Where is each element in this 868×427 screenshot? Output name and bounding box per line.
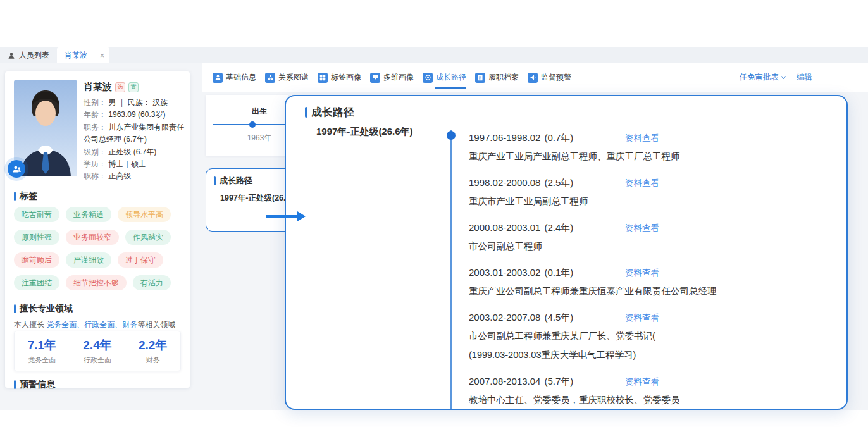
status-badge-green: 青 xyxy=(128,82,139,92)
timeline-node-dot xyxy=(447,131,456,140)
view-material-link[interactable]: 资料查看 xyxy=(625,268,659,279)
tag-pill[interactable]: 过于保守 xyxy=(118,252,163,268)
expertise-summary: 本人擅长 党务全面、行政全面、财务等相关领域 xyxy=(14,319,183,330)
entry-period: 2003.02-2007.08(4.5年) xyxy=(469,312,625,324)
expertise-link-admin[interactable]: 行政全面 xyxy=(84,320,115,329)
career-entry: 2007.08-2013.04(5.7年) 资料查看 教培中心主任、党委委员，重… xyxy=(469,375,833,407)
tag-pill[interactable]: 细节把控不够 xyxy=(66,275,127,290)
warning-section-title: 预警信息 xyxy=(14,379,55,390)
profile-navbar: 基础信息 关系图谱 标签画像 多维画像 成长路径 履职档案 监督预警 任免 xyxy=(202,63,868,92)
view-material-link[interactable]: 资料查看 xyxy=(625,133,659,144)
view-material-link[interactable]: 资料查看 xyxy=(625,223,659,234)
tag-pill[interactable]: 原则性强 xyxy=(14,230,59,245)
profile-fields: 性别： 男 ｜ 民族： 汉族 年龄： 1963.09 (60.3岁) 职务： 川… xyxy=(84,97,186,183)
tab-person-profile[interactable]: 肖某波 × xyxy=(57,47,109,63)
view-material-link[interactable]: 资料查看 xyxy=(625,178,659,189)
tag-pill[interactable]: 业务面较窄 xyxy=(66,230,119,245)
tag-pill[interactable]: 领导水平高 xyxy=(118,207,171,222)
career-entry: 2003.01-2003.02(0.1年) 资料查看 重庆产业公司副总工程师兼重… xyxy=(469,266,833,299)
archive-icon xyxy=(475,73,485,83)
nav-actions: 任免审批表 编辑 xyxy=(740,63,813,92)
growth-path-modal: 成长路径 1997年-正处级(26.6年) 1997.06-1998.02(0.… xyxy=(285,95,848,410)
status-badge-red: 选 xyxy=(115,82,125,92)
tag-pill[interactable]: 严谨细致 xyxy=(66,252,111,268)
career-entries: 1997.06-1998.02(0.7年) 资料查看 重庆产业工业局产业副总工程… xyxy=(469,132,833,420)
tags-list: 吃苦耐劳 业务精通 领导水平高 原则性强 业务面较窄 作风踏实 瞻前顾后 严谨细… xyxy=(14,207,182,290)
field-position: 职务： 川东产业集团有限责任公司总经理 (6.7年) xyxy=(84,121,186,146)
growth-path-summary-box[interactable]: 成长路径 1997年-正处级(26.6年) xyxy=(206,168,287,232)
tab-supervision-alert[interactable]: 监督预警 xyxy=(526,63,573,92)
expand-arrow xyxy=(266,215,297,218)
tab-label: 人员列表 xyxy=(19,50,49,61)
tab-duty-archive[interactable]: 履职档案 xyxy=(474,63,520,92)
tab-multi-portrait[interactable]: 多维画像 xyxy=(369,63,415,92)
entry-description: (1999.03-2003.03重庆大学电气工程学习) xyxy=(469,349,833,362)
growth-box-milestone: 1997年-正处级(26.6年) xyxy=(220,193,286,204)
stat-admin: 2.4年 行政全面 xyxy=(70,331,125,371)
tag-pill[interactable]: 有活力 xyxy=(133,275,171,290)
tab-tag-portrait[interactable]: 标签画像 xyxy=(316,63,363,92)
birth-label: 出生 xyxy=(234,106,285,117)
career-entry: 1997.06-1998.02(0.7年) 资料查看 重庆产业工业局产业副总工程… xyxy=(469,132,833,164)
network-icon xyxy=(265,73,275,83)
app-window: 人员列表 肖某波 × xyxy=(0,0,868,427)
entry-period: 1997.06-1998.02(0.7年) xyxy=(469,132,625,144)
field-rank: 级别： 正处级 (6.7年) xyxy=(84,146,186,158)
field-education: 学历： 博士｜硕士 xyxy=(84,158,186,170)
path-icon xyxy=(423,73,433,83)
user-icon xyxy=(213,73,223,83)
field-gender: 性别： 男 ｜ 民族： 汉族 xyxy=(84,97,186,109)
expertise-link-party[interactable]: 党务全面 xyxy=(46,320,77,329)
profile-photo xyxy=(14,80,77,176)
entry-description: 重庆产业公司副总工程师兼重庆恒泰产业有限责任公司总经理 xyxy=(469,285,833,299)
expertise-stats: 7.1年 党务全面 2.4年 行政全面 2.2年 财务 xyxy=(14,331,181,371)
tab-personnel-list[interactable]: 人员列表 xyxy=(0,47,57,63)
tab-relation-graph[interactable]: 关系图谱 xyxy=(264,63,310,92)
timeline-dot xyxy=(249,121,256,128)
timeline-vertical-line xyxy=(450,130,452,409)
entry-description: 重庆产业工业局产业副总工程师、重庆工厂总工程师 xyxy=(469,151,833,164)
portrait-icon xyxy=(370,73,380,83)
modal-title: 成长路径 xyxy=(305,105,354,120)
chevron-down-icon xyxy=(781,75,786,80)
tab-growth-path[interactable]: 成长路径 xyxy=(421,63,468,92)
tab-basic-info[interactable]: 基础信息 xyxy=(211,63,257,92)
appointment-form-dropdown[interactable]: 任免审批表 xyxy=(740,72,787,83)
stat-party: 7.1年 党务全面 xyxy=(15,331,70,371)
tags-section-title: 标签 xyxy=(14,190,37,202)
field-age: 年龄： 1963.09 (60.3岁) xyxy=(84,109,186,121)
expertise-link-finance[interactable]: 财务 xyxy=(122,320,137,329)
close-icon[interactable]: × xyxy=(100,52,104,59)
edit-button[interactable]: 编辑 xyxy=(797,72,812,83)
tag-pill[interactable]: 业务精通 xyxy=(66,207,111,222)
tag-pill[interactable]: 作风踏实 xyxy=(125,230,171,245)
stat-finance: 2.2年 财务 xyxy=(125,331,180,371)
profile-card: 肖某波 选 青 性别： 男 ｜ 民族： 汉族 年龄： 1963.09 (60.3… xyxy=(5,71,190,388)
person-name: 肖某波 xyxy=(84,81,112,93)
entry-period: 2000.08-2003.01(2.4年) xyxy=(469,222,625,234)
tab-label: 肖某波 xyxy=(65,50,87,61)
field-title: 职称： 正高级 xyxy=(84,170,186,182)
person-icon xyxy=(8,52,15,59)
tag-pill[interactable]: 注重团结 xyxy=(14,275,59,290)
career-entry: 2003.02-2007.08(4.5年) 资料查看 市公司副总工程师兼重庆某厂… xyxy=(469,311,833,362)
tag-pill[interactable]: 吃苦耐劳 xyxy=(14,207,59,222)
entry-description: 教培中心主任、党委委员，重庆职校校长、党委委员 xyxy=(469,394,833,407)
expertise-section-title: 擅长专业领域 xyxy=(14,303,73,314)
growth-box-title: 成长路径 xyxy=(214,175,252,187)
view-material-link[interactable]: 资料查看 xyxy=(625,376,659,388)
birth-timeline-card: 出生 1963年 xyxy=(206,95,288,156)
tag-pill[interactable]: 瞻前顾后 xyxy=(14,252,59,268)
add-person-button[interactable] xyxy=(8,160,25,178)
birth-year: 1963年 xyxy=(234,133,285,144)
view-material-link[interactable]: 资料查看 xyxy=(625,313,659,324)
entry-period: 2003.01-2003.02(0.1年) xyxy=(469,267,625,279)
entry-period: 2007.08-2013.04(5.7年) xyxy=(469,376,625,388)
career-entry: 1998.02-2000.08(2.5年) 资料查看 重庆市产业工业局副总工程师 xyxy=(469,176,833,209)
entry-description: 市公司副总工程师 xyxy=(469,240,833,254)
entry-description: 市公司副总工程师兼重庆某厂厂长、党委书记( xyxy=(469,330,833,343)
milestone-label: 1997年-正处级(26.6年) xyxy=(316,126,413,138)
entry-period: 1998.02-2000.08(2.5年) xyxy=(469,177,625,189)
career-entry: 2000.08-2003.01(2.4年) 资料查看 市公司副总工程师 xyxy=(469,221,833,254)
alert-icon xyxy=(528,73,538,83)
